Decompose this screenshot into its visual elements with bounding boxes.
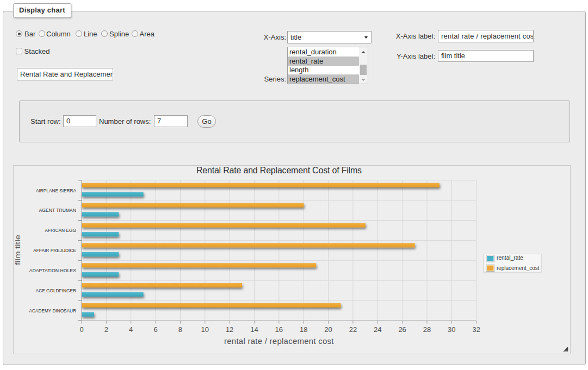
svg-text:2: 2 (104, 325, 108, 334)
svg-text:18: 18 (300, 325, 307, 334)
svg-text:AFFAIR PREJUDICE: AFFAIR PREJUDICE (33, 247, 76, 253)
svg-text:ACE GOLDFINGER: ACE GOLDFINGER (36, 287, 76, 293)
svg-text:replacement_cost: replacement_cost (497, 265, 540, 271)
svg-text:6: 6 (153, 325, 157, 334)
svg-text:14: 14 (250, 325, 258, 334)
svg-text:rental rate / replacement cost: rental rate / replacement cost (224, 336, 334, 346)
svg-text:10: 10 (201, 325, 209, 334)
svg-text:ADAPTATION HOLES: ADAPTATION HOLES (29, 267, 77, 273)
svg-text:30: 30 (448, 325, 455, 334)
svg-text:AGENT TRUMAN: AGENT TRUMAN (39, 207, 76, 213)
svg-text:12: 12 (226, 325, 233, 334)
svg-text:0: 0 (79, 325, 83, 334)
svg-text:32: 32 (472, 325, 480, 334)
svg-text:AFRICAN EGG: AFRICAN EGG (45, 227, 76, 233)
svg-text:26: 26 (398, 325, 406, 334)
svg-text:22: 22 (349, 325, 357, 334)
svg-text:rental_rate: rental_rate (497, 254, 523, 261)
svg-text:ACADEMY DINOSAUR: ACADEMY DINOSAUR (29, 308, 77, 313)
svg-text:8: 8 (178, 325, 182, 334)
svg-text:4: 4 (129, 325, 133, 334)
svg-text:AIRPLANE SIERRA: AIRPLANE SIERRA (36, 187, 76, 193)
svg-text:20: 20 (324, 325, 332, 334)
svg-text:16: 16 (275, 325, 283, 334)
svg-text:28: 28 (423, 325, 431, 334)
svg-text:Rental Rate and Replacement Co: Rental Rate and Replacement Cost of Film… (196, 166, 362, 175)
svg-text:24: 24 (374, 325, 381, 334)
svg-text:film title: film title (14, 235, 22, 265)
